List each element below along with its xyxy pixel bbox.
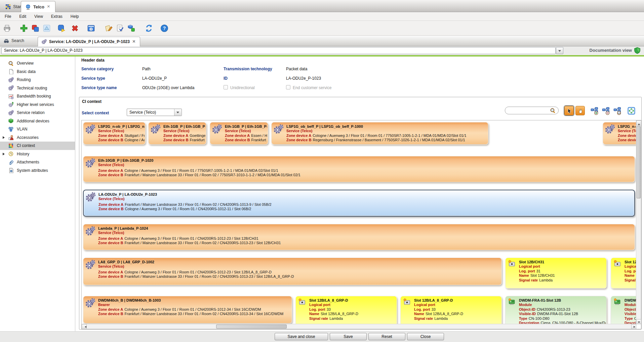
field-label: Zone device B <box>98 138 123 142</box>
ci-card-logical-port[interactable]: Slot 12B/LA_8_GRP-D Logical port Log. po… <box>295 296 397 324</box>
ci-card-service[interactable]: Eth-1GB_P | Eth-1GB_P-1039 Service (Telc… <box>148 122 206 145</box>
vertical-scroll-thumb[interactable] <box>637 126 641 198</box>
service-document-tab[interactable]: Service: LA-ODU2e_P | LA-ODU2e_P-1023 <box>38 37 140 46</box>
sidebar-item-bandwidth-booking[interactable]: Bandwidth booking <box>0 92 75 101</box>
sidebar-item-service-relation[interactable]: Service relation <box>0 109 75 117</box>
search-icon[interactable] <box>550 108 556 113</box>
sidebar-item-higher-level-services[interactable]: Higher level services <box>0 101 75 109</box>
ci-graph-canvas[interactable]: LSP2G_n-ob_P | LSP2G_n-c Service (Telco)… <box>82 120 636 324</box>
start-action-button[interactable] <box>56 23 67 33</box>
sidebar-item-accessories[interactable]: Accessories <box>0 134 75 142</box>
save-and-close-button[interactable]: Save and close <box>275 333 328 340</box>
ci-card-bearer[interactable]: DWDM40ch_B | DWDM40ch_B-1003 Bearer Zone… <box>83 296 292 324</box>
object-info-button[interactable] <box>86 23 96 33</box>
sidebar-item-history[interactable]: History <box>0 150 75 158</box>
edit-note-button[interactable] <box>104 23 114 33</box>
refresh-button[interactable] <box>144 23 154 33</box>
zoom-out-graph-button[interactable] <box>602 107 610 115</box>
print-button[interactable] <box>2 23 12 33</box>
field-label: Visible-ID <box>519 312 536 316</box>
select-context-dropdown-arrow[interactable] <box>174 109 181 116</box>
sidebar-item-ci-context[interactable]: CI context <box>0 142 75 150</box>
save-button[interactable]: Save <box>330 333 367 340</box>
expand-icon[interactable] <box>3 136 6 139</box>
menu-extras[interactable]: Extras <box>48 13 66 20</box>
sidebar-item-label: System attributes <box>17 168 48 173</box>
help-button[interactable]: ? <box>159 23 169 33</box>
select-context-dropdown[interactable]: Service (Telco) <box>127 109 182 116</box>
select-tool-button[interactable] <box>564 106 574 115</box>
tab-close-icon[interactable] <box>47 5 51 9</box>
pan-tool-button[interactable] <box>575 106 585 115</box>
ci-card-logical-port[interactable]: Slot 12B/LA_8_GRP-D Logical port Log. po… <box>400 296 502 324</box>
field-value: Cologne / Auenweg 3 / Floor 01 / Room 01… <box>125 207 251 211</box>
menu-view[interactable]: View <box>31 13 46 20</box>
card-field-row: Zone device AEssen / Hohe <box>225 134 267 138</box>
reset-button[interactable]: Reset <box>368 333 405 340</box>
sidebar-item-system-attributes[interactable]: System attributes <box>0 166 75 175</box>
ci-card-service[interactable]: LSP2G_n-ob_P Service (Telco) Zone device… <box>603 122 636 145</box>
delete-button[interactable] <box>70 23 80 33</box>
protocol-button[interactable] <box>115 23 125 33</box>
scroll-right-button[interactable] <box>631 324 636 329</box>
gears-icon <box>85 158 95 168</box>
field-label: Signal rate <box>625 278 636 282</box>
ci-card-logical-port[interactable]: Slot 12B/CH31 Logical port Log. port31 N… <box>505 258 607 289</box>
sidebar-item-additional-devices[interactable]: Additional devices <box>0 117 75 125</box>
ci-card-module[interactable]: DWDM-CO Module Object-ID Visible-ID Type… <box>611 296 636 324</box>
ci-card-service[interactable]: LSP2G_n-ob_P | LSP2G_n-c Service (Telco)… <box>83 122 146 145</box>
card-category: Service (Telco) <box>98 129 145 134</box>
ci-card-service[interactable]: LA8_GRP_D | LA8_GRP_D-1002 Service (Telc… <box>83 258 502 285</box>
ci-card-service[interactable]: Eth-1GB_P | Eth-1GB_P-1040 Service (Telc… <box>210 122 268 145</box>
objects-button[interactable] <box>126 23 136 33</box>
zoom-in-graph-button[interactable] <box>590 107 599 115</box>
ci-card-logical-port[interactable]: Slot 12B/CH31 Logical port Log. port Nam… <box>611 258 636 289</box>
sidebar-item-technical-routing[interactable]: Technical routing <box>0 84 75 92</box>
menu-file[interactable]: File <box>1 13 14 20</box>
fit-to-screen-button[interactable] <box>627 107 636 115</box>
horizontal-scrollbar[interactable] <box>82 324 636 329</box>
paperclip-icon <box>8 159 14 165</box>
service-type-value: LA-ODU2e_P <box>142 76 167 81</box>
breadcrumb-combobox[interactable]: Service: LA-ODU2e_P | LA-ODU2e_P-1023 <box>1 47 556 54</box>
ci-card-module[interactable]: DWDM-FRA-01-Slot 12B Module Object-IDCN4… <box>505 296 607 324</box>
card-field-row: Zone device ACologne / Auenweg 3 / Floor… <box>98 168 634 173</box>
sidebar-item-vlan[interactable]: VLAN <box>0 125 75 134</box>
ci-card-service[interactable]: Lambda_P | Lambda_P-1024 Service (Telco)… <box>83 224 635 250</box>
color-grid-icon <box>8 143 14 149</box>
breadcrumb-dropdown-button[interactable] <box>556 47 563 54</box>
vertical-scrollbar[interactable] <box>636 120 641 324</box>
close-button[interactable]: Close <box>407 333 444 340</box>
ci-card-service-selected[interactable]: LA-ODU2e_P | LA-ODU2e_P-1023 Service (Te… <box>83 190 635 217</box>
sidebar-item-routing[interactable]: Routing <box>0 76 75 84</box>
sidebar-item-overview[interactable]: Overview <box>0 59 75 68</box>
expand-icon[interactable] <box>3 153 6 155</box>
copy-button[interactable] <box>30 23 40 33</box>
upload-button[interactable] <box>42 23 52 33</box>
unidirectional-label: Unidirectional <box>230 85 255 90</box>
field-label: Zone device A <box>286 134 311 138</box>
end-customer-service-checkbox[interactable] <box>286 85 290 89</box>
tab-telco[interactable]: Telco <box>21 1 55 12</box>
search-tab[interactable]: Search <box>3 38 24 43</box>
card-field-row: Log. port <box>625 269 636 274</box>
ci-card-service[interactable]: Eth-10GB_P | Eth-10GB_P-1020 Service (Te… <box>83 156 635 182</box>
menu-help[interactable]: Help <box>67 13 82 20</box>
ci-card-service[interactable]: LSP1G_ob_beff_P | LSP1G_ob_beff_P-1000 S… <box>271 122 488 145</box>
sidebar-item-attachments[interactable]: Attachments <box>0 158 75 166</box>
menu-edit[interactable]: Edit <box>16 13 30 20</box>
scroll-left-button[interactable] <box>82 324 87 329</box>
field-value: Lambda <box>539 278 553 282</box>
sidebar-item-basic-data[interactable]: Basic data <box>0 68 75 76</box>
scroll-down-button[interactable] <box>636 319 641 324</box>
card-field-row: Zone device BRegensburg / Frankenstrasse… <box>286 138 487 143</box>
unidirectional-checkbox[interactable] <box>224 85 228 89</box>
documentation-view-shield-icon[interactable] <box>634 47 641 54</box>
new-button[interactable] <box>19 23 29 33</box>
field-value: DWDM-FRA-01-Slot 12B <box>537 312 578 316</box>
horizontal-scroll-thumb[interactable] <box>216 325 287 329</box>
scroll-up-button[interactable] <box>636 120 641 125</box>
zoom-reset-graph-button[interactable]: 1:1 <box>613 107 621 115</box>
pencil-note-icon <box>104 24 113 33</box>
service-tab-close-icon[interactable] <box>132 40 136 44</box>
